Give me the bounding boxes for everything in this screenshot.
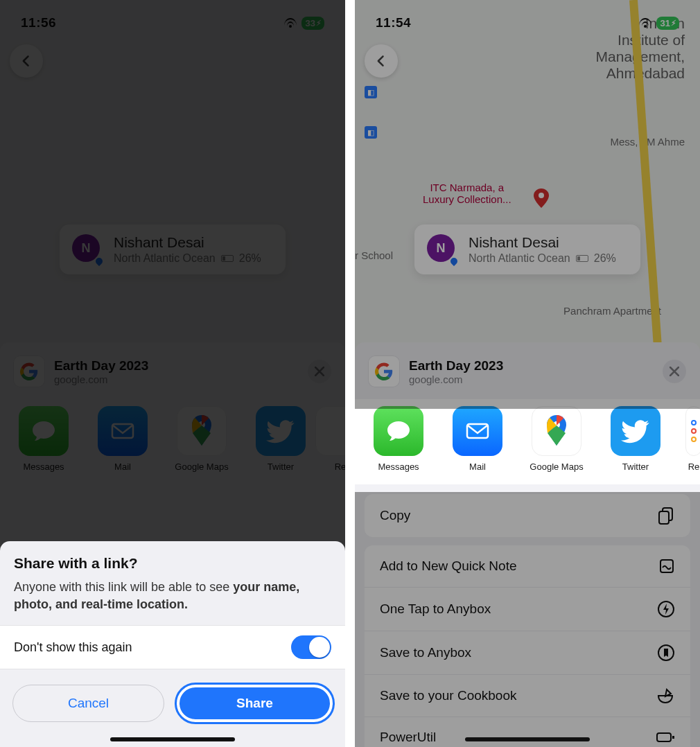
share-app-twitter[interactable]: Twitter xyxy=(606,406,665,472)
messages-icon xyxy=(374,406,423,456)
svg-rect-3 xyxy=(467,424,488,438)
dim-overlay-bottom xyxy=(355,492,700,747)
confirm-dialog: Share with a link? Anyone with this link… xyxy=(0,541,345,747)
dim-overlay-top xyxy=(355,0,700,409)
share-app-google-maps[interactable]: Google Maps xyxy=(527,406,586,472)
google-maps-icon xyxy=(532,406,581,456)
share-button[interactable]: Share xyxy=(177,685,333,722)
reminders-icon xyxy=(685,406,700,456)
phone-left: 11:56 33⚡︎ N Nishant Desai North Atlanti… xyxy=(0,0,345,747)
dont-show-again-row[interactable]: Don't show this again xyxy=(0,625,345,669)
toggle-label: Don't show this again xyxy=(14,640,132,655)
home-indicator[interactable] xyxy=(110,737,235,741)
home-indicator[interactable] xyxy=(465,737,590,741)
twitter-icon xyxy=(611,406,660,456)
share-app-label: Twitter xyxy=(622,462,649,472)
share-app-label: Google Maps xyxy=(530,462,583,472)
share-app-mail[interactable]: Mail xyxy=(448,406,507,472)
share-apps-row[interactable]: Messages Mail Google Maps Twitter xyxy=(355,399,700,484)
confirm-heading: Share with a link? xyxy=(14,555,331,572)
toggle-switch[interactable] xyxy=(291,635,331,659)
share-app-messages[interactable]: Messages xyxy=(369,406,428,472)
phone-right: Indian Institute of Management, Ahmedaba… xyxy=(355,0,700,747)
confirm-body: Anyone with this link will be able to se… xyxy=(14,579,331,613)
share-app-label: Mail xyxy=(469,462,486,472)
share-app-label: Re xyxy=(688,462,700,472)
mail-icon xyxy=(453,406,502,456)
cancel-button[interactable]: Cancel xyxy=(12,685,164,722)
share-app-label: Messages xyxy=(378,462,419,472)
share-app-reminders[interactable]: Re xyxy=(685,406,700,472)
